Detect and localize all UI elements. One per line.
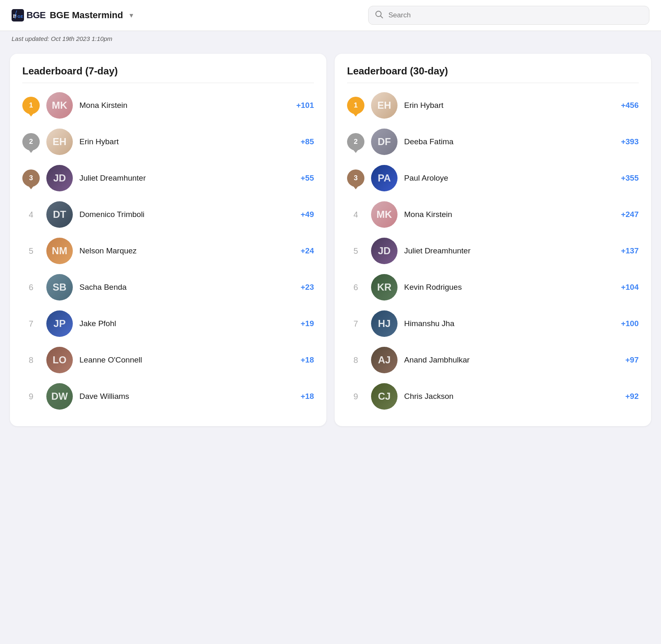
svg-line-8 — [381, 16, 383, 18]
rank-number: 8 — [22, 355, 40, 365]
rank-badge-bronze: 3 — [22, 169, 40, 187]
member-name: Anand Jambhulkar — [404, 355, 607, 365]
member-score: +55 — [289, 174, 314, 183]
avatar: JD — [371, 238, 398, 264]
avatar-initials: NM — [46, 238, 73, 264]
member-score: +97 — [614, 355, 639, 365]
leaderboard-7day-title: Leaderboard (7-day) — [22, 65, 314, 77]
brand-logo-text: BGE — [26, 10, 46, 21]
avatar: DW — [46, 383, 73, 410]
member-score: +18 — [289, 392, 314, 401]
member-name: Jake Pfohl — [79, 319, 283, 328]
member-score: +104 — [614, 283, 639, 292]
member-score: +247 — [614, 210, 639, 219]
last-updated-text: Last updated: Oct 19th 2023 1:10pm — [0, 31, 661, 46]
rank-indicator: 6 — [22, 283, 40, 292]
rank-indicator: 2 — [22, 133, 40, 150]
svg-text:E: E — [21, 14, 23, 19]
list-item: 5JDJuliet Dreamhunter+137 — [347, 233, 639, 269]
rank-number: 7 — [22, 319, 40, 329]
member-name: Kevin Rodrigues — [404, 283, 607, 292]
avatar-initials: MK — [371, 201, 398, 228]
member-score: +355 — [614, 174, 639, 183]
list-item: 7HJHimanshu Jha+100 — [347, 305, 639, 342]
list-item: 9DWDave Williams+18 — [22, 378, 314, 415]
search-input[interactable] — [368, 6, 649, 25]
leaderboard-7day-list: 1MKMona Kirstein+1012EHErin Hybart+853JD… — [22, 87, 314, 415]
avatar: MK — [46, 92, 73, 119]
avatar: JD — [46, 165, 73, 191]
list-item: 3JDJuliet Dreamhunter+55 — [22, 160, 314, 196]
rank-badge-gold: 1 — [22, 97, 40, 114]
list-item: 3PAPaul Aroloye+355 — [347, 160, 639, 196]
avatar-initials: JD — [46, 165, 73, 191]
member-name: Chris Jackson — [404, 392, 607, 401]
rank-indicator: 3 — [22, 169, 40, 187]
rank-number: 9 — [347, 392, 364, 401]
rank-number: 6 — [22, 283, 40, 292]
list-item: 6KRKevin Rodrigues+104 — [347, 269, 639, 305]
avatar-initials: JP — [46, 310, 73, 337]
member-score: +85 — [289, 137, 314, 146]
member-name: Domenico Trimboli — [79, 210, 283, 219]
list-item: 5NMNelson Marquez+24 — [22, 233, 314, 269]
avatar-initials: EH — [46, 129, 73, 155]
rank-number: 7 — [347, 319, 364, 329]
member-name: Deeba Fatima — [404, 137, 607, 146]
avatar: NM — [46, 238, 73, 264]
avatar-initials: LO — [46, 347, 73, 373]
divider-7day — [22, 83, 314, 83]
member-name: Sacha Benda — [79, 283, 283, 292]
main-content: Leaderboard (7-day) 1MKMona Kirstein+101… — [0, 46, 661, 439]
rank-indicator: 6 — [347, 283, 364, 292]
avatar-initials: EH — [371, 92, 398, 119]
search-bar — [368, 6, 649, 25]
avatar: LO — [46, 347, 73, 373]
leaderboard-7day-card: Leaderboard (7-day) 1MKMona Kirstein+101… — [10, 54, 326, 426]
member-name: Erin Hybart — [404, 101, 607, 110]
avatar-initials: DW — [46, 383, 73, 410]
member-score: +137 — [614, 246, 639, 255]
list-item: 2EHErin Hybart+85 — [22, 124, 314, 160]
chevron-down-icon[interactable]: ▾ — [127, 10, 136, 21]
rank-indicator: 4 — [347, 210, 364, 219]
avatar: EH — [46, 129, 73, 155]
avatar-initials: CJ — [371, 383, 398, 410]
member-name: Leanne O'Connell — [79, 355, 283, 365]
leaderboard-30day-list: 1EHErin Hybart+4562DFDeeba Fatima+3933PA… — [347, 87, 639, 415]
divider-30day — [347, 83, 639, 83]
rank-number: 8 — [347, 355, 364, 365]
avatar-initials: HJ — [371, 310, 398, 337]
rank-indicator: 9 — [347, 392, 364, 401]
avatar-initials: KR — [371, 274, 398, 301]
bge-logo-icon: B G E — [12, 9, 24, 21]
brand: B G E BGE BGE Mastermind ▾ — [12, 9, 136, 21]
avatar: CJ — [371, 383, 398, 410]
list-item: 1EHErin Hybart+456 — [347, 87, 639, 124]
list-item: 2DFDeeba Fatima+393 — [347, 124, 639, 160]
member-name: Mona Kirstein — [79, 101, 283, 110]
avatar: DT — [46, 201, 73, 228]
list-item: 8AJAnand Jambhulkar+97 — [347, 342, 639, 378]
avatar-initials: DT — [46, 201, 73, 228]
avatar: AJ — [371, 347, 398, 373]
avatar: KR — [371, 274, 398, 301]
member-name: Juliet Dreamhunter — [79, 174, 283, 183]
rank-number: 4 — [347, 210, 364, 219]
avatar-initials: JD — [371, 238, 398, 264]
rank-indicator: 8 — [22, 355, 40, 365]
avatar: MK — [371, 201, 398, 228]
avatar: JP — [46, 310, 73, 337]
member-score: +19 — [289, 319, 314, 328]
member-name: Dave Williams — [79, 392, 283, 401]
header: B G E BGE BGE Mastermind ▾ — [0, 0, 661, 31]
avatar-initials: DF — [371, 129, 398, 155]
rank-indicator: 8 — [347, 355, 364, 365]
rank-indicator: 7 — [22, 319, 40, 329]
avatar-initials: SB — [46, 274, 73, 301]
rank-number: 9 — [22, 392, 40, 401]
avatar: HJ — [371, 310, 398, 337]
rank-indicator: 4 — [22, 210, 40, 219]
member-score: +49 — [289, 210, 314, 219]
member-name: Paul Aroloye — [404, 174, 607, 183]
